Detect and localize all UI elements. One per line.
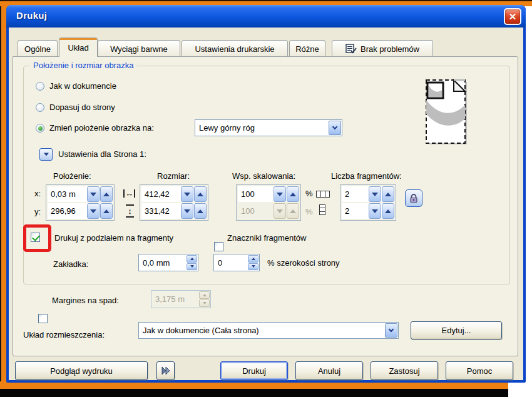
- arrow-down-icon: [203, 302, 207, 304]
- tile-marks-checkbox[interactable]: [214, 242, 223, 251]
- help-button[interactable]: Pomoc: [446, 361, 513, 380]
- arrow-up-icon: [197, 209, 203, 213]
- dropdown-arrow-button[interactable]: [329, 121, 341, 135]
- radio-as-in-document-label[interactable]: Jak w dokumencie: [49, 81, 116, 91]
- tab-label: Ustawienia drukarskie: [195, 44, 274, 54]
- width-input[interactable]: 412,42: [141, 186, 180, 202]
- apply-button-label: Zastosuj: [389, 366, 419, 376]
- y-position-input[interactable]: 296,96: [48, 203, 86, 219]
- tile-marks-label[interactable]: Znaczniki fragmentów: [227, 233, 306, 243]
- arrow-up-icon: [290, 193, 296, 196]
- spin-up-button[interactable]: [287, 186, 299, 202]
- bleed-spinner: 3,175 m: [151, 290, 211, 308]
- screenshot-stage: Drukuj ✕ Ogólne Układ Wyciągi barwne Ust…: [0, 0, 532, 397]
- arrow-up-icon: [385, 193, 391, 196]
- vertical-tiles-icon: [319, 204, 325, 215]
- cancel-button[interactable]: Anuluj: [295, 361, 363, 380]
- overlap-mm-input[interactable]: 0,0 mm: [139, 254, 186, 271]
- bleed-checkbox[interactable]: [38, 314, 48, 323]
- spin-down-button[interactable]: [248, 263, 258, 271]
- spin-up-button[interactable]: [382, 203, 394, 219]
- width-row: 412,42: [141, 186, 207, 202]
- radio-fit-to-page[interactable]: [36, 103, 44, 112]
- chevron-down-icon: [332, 124, 337, 129]
- tab-prepress[interactable]: Ustawienia drukarskie: [182, 40, 288, 57]
- mini-preview-toggle-button[interactable]: [156, 361, 175, 380]
- print-preview-button[interactable]: Podgląd wydruku: [15, 361, 148, 380]
- tab-misc[interactable]: Różne: [289, 40, 325, 57]
- horizontal-tiles-icon: [316, 191, 330, 198]
- spin-down-button[interactable]: [87, 186, 100, 202]
- dialog-body: Ogólne Układ Wyciągi barwne Ustawienia d…: [9, 28, 523, 380]
- overlap-percent-input[interactable]: 0: [214, 254, 247, 271]
- arrow-up-icon: [203, 294, 207, 296]
- print-tiled-label[interactable]: Drukuj z podziałem na fragmenty: [54, 233, 173, 243]
- overlap-mm-spinner[interactable]: 0,0 mm: [138, 254, 198, 271]
- tab-separations[interactable]: Wyciągi barwne: [98, 40, 180, 57]
- spin-up-button[interactable]: [100, 203, 113, 219]
- height-icon: ↕: [126, 204, 134, 218]
- spin-up-button[interactable]: [194, 186, 207, 202]
- height-input[interactable]: 331,42: [141, 203, 180, 219]
- spin-up-button[interactable]: [382, 186, 394, 202]
- titlebar[interactable]: Drukuj ✕: [6, 5, 526, 28]
- arrow-down-icon: [252, 265, 255, 268]
- tab-general[interactable]: Ogólne: [18, 40, 58, 57]
- edit-button[interactable]: Edytuj...: [411, 321, 502, 339]
- scale-v-row: 100: [238, 203, 299, 219]
- apply-button[interactable]: Zastosuj: [371, 361, 438, 380]
- spin-down-button[interactable]: [87, 203, 100, 219]
- spin-down-button: [199, 299, 210, 307]
- spin-down-button[interactable]: [369, 186, 381, 202]
- print-button[interactable]: Drukuj: [220, 361, 288, 380]
- bleed-input: 3,175 m: [151, 291, 198, 308]
- reposition-dropdown[interactable]: Lewy górny róg: [195, 119, 342, 136]
- spin-down-button[interactable]: [181, 203, 193, 219]
- arrow-down-icon: [372, 209, 378, 213]
- spin-up-button[interactable]: [187, 255, 197, 263]
- overlap-label: Zakładka:: [53, 259, 88, 269]
- scale-h-input[interactable]: 100: [238, 186, 273, 202]
- arrow-up-icon: [197, 193, 203, 196]
- arrow-up-icon: [385, 209, 391, 213]
- imposition-dropdown-value: Jak w dokumencie (Cała strona): [139, 323, 384, 338]
- close-button[interactable]: ✕: [504, 8, 521, 25]
- radio-fit-to-page-label[interactable]: Dopasuj do strony: [49, 103, 115, 113]
- spin-up-button[interactable]: [194, 203, 207, 219]
- tiles-v-input[interactable]: 2: [342, 203, 368, 219]
- spin-up-button: [199, 291, 210, 299]
- print-button-label: Drukuj: [242, 366, 266, 376]
- tiles-column-label: Liczba fragmentów:: [331, 171, 402, 181]
- preflight-check-icon: [345, 44, 357, 54]
- x-label: x:: [34, 189, 41, 199]
- spin-down-button[interactable]: [274, 186, 286, 202]
- width-icon: ↔: [123, 189, 135, 198]
- tab-issues[interactable]: Brak problemów: [332, 40, 433, 57]
- double-chevron-right-icon: [161, 366, 171, 375]
- lock-icon: [409, 193, 419, 203]
- spin-up-button[interactable]: [248, 255, 258, 263]
- spin-down-button[interactable]: [369, 203, 381, 219]
- radio-reposition-label[interactable]: Zmień położenie obrazka na:: [49, 123, 154, 133]
- spin-down-button[interactable]: [187, 263, 197, 271]
- tab-layout[interactable]: Układ: [59, 38, 98, 57]
- x-position-input[interactable]: 0,03 m: [48, 186, 86, 202]
- dropdown-arrow-button[interactable]: [385, 323, 397, 338]
- spin-down-button[interactable]: [181, 186, 193, 202]
- help-button-label: Pomoc: [467, 366, 492, 376]
- radio-as-in-document[interactable]: [36, 82, 44, 91]
- tab-label: Brak problemów: [361, 44, 419, 54]
- bleed-label[interactable]: Margines na spad:: [52, 296, 119, 306]
- radio-reposition[interactable]: [36, 124, 44, 133]
- settings-collapse-button[interactable]: [39, 148, 53, 161]
- position-spinner-group: 0,03 m 296,96: [46, 184, 115, 221]
- lock-aspect-button[interactable]: [405, 189, 422, 207]
- highlight-annotation: [23, 224, 51, 252]
- edit-button-label: Edytuj...: [442, 326, 471, 335]
- tiles-h-input[interactable]: 2: [342, 186, 368, 202]
- size-column-label: Rozmiar:: [157, 171, 190, 181]
- overlap-percent-spinner[interactable]: 0: [213, 254, 260, 271]
- imposition-dropdown[interactable]: Jak w dokumencie (Cała strona): [138, 322, 399, 339]
- spin-up-button[interactable]: [100, 186, 113, 202]
- y-label: y:: [34, 207, 41, 217]
